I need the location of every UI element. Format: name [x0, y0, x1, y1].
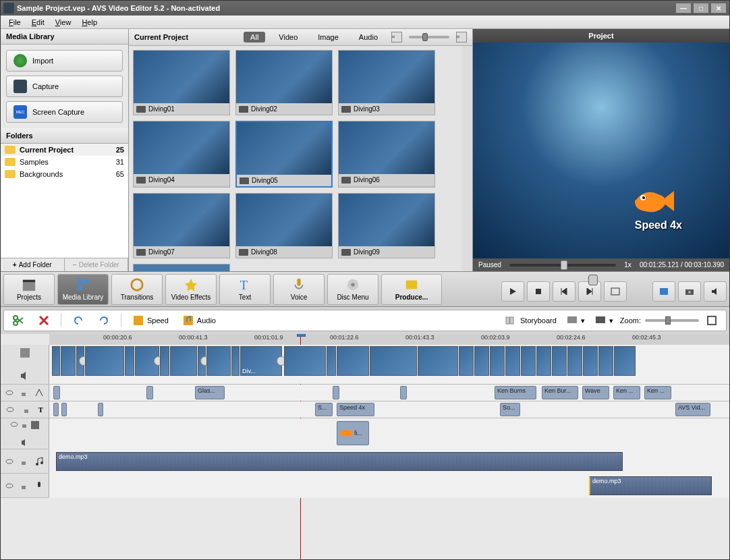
fx-clip[interactable] — [400, 386, 407, 399]
video-clip[interactable] — [614, 346, 636, 376]
zoom-slider[interactable] — [645, 319, 699, 322]
video-clip[interactable] — [490, 346, 505, 376]
video-clip[interactable] — [567, 346, 582, 376]
prev-button[interactable] — [553, 281, 575, 302]
folder-row[interactable]: Samples31 — [1, 156, 128, 168]
volume-button[interactable] — [704, 281, 727, 302]
video-clip[interactable] — [198, 346, 206, 376]
media-thumb[interactable]: Diving06 — [338, 121, 435, 188]
snapshot-button[interactable] — [678, 281, 701, 302]
maximize-button[interactable]: □ — [693, 3, 709, 13]
monitor1-button[interactable]: ▾ — [563, 313, 588, 328]
fx-track-head[interactable] — [1, 385, 49, 401]
delete-button[interactable] — [35, 313, 53, 328]
video-clip[interactable] — [598, 346, 613, 376]
monitor2-button[interactable]: ▾ — [592, 313, 616, 328]
media-thumb[interactable]: Diving01 — [133, 50, 230, 115]
video-clip[interactable] — [370, 346, 417, 376]
video-clip[interactable] — [552, 346, 567, 376]
video-track-head[interactable] — [1, 345, 49, 384]
video-clip[interactable] — [125, 346, 134, 376]
play-button[interactable] — [501, 281, 524, 302]
thumb-size-small[interactable]: ▫ — [391, 32, 402, 43]
media-thumb[interactable]: Diving04 — [133, 121, 230, 188]
video-clip[interactable]: Div... — [240, 346, 282, 376]
overlay-track-head[interactable] — [1, 418, 49, 449]
import-button[interactable]: Import — [6, 50, 123, 72]
effect-clip[interactable]: Glas... — [195, 386, 225, 399]
video-clip[interactable] — [284, 346, 326, 376]
text-clip[interactable] — [61, 403, 67, 416]
fx-clip[interactable] — [146, 386, 153, 399]
video-clip[interactable] — [160, 346, 169, 376]
stop-button[interactable] — [527, 281, 550, 302]
effect-clip[interactable]: Ken ... — [613, 386, 640, 399]
thumb-size-large[interactable]: ▫ — [456, 32, 467, 43]
audio-tool[interactable]: Audio — [179, 313, 219, 328]
video-clip[interactable] — [521, 346, 536, 376]
audio2-track-head[interactable] — [1, 474, 49, 497]
menu-file[interactable]: File — [3, 17, 26, 28]
video-clip[interactable] — [85, 346, 124, 376]
filter-video[interactable]: Video — [272, 32, 304, 43]
menu-view[interactable]: View — [50, 17, 77, 28]
filter-image[interactable]: Image — [311, 32, 345, 43]
speed-slider[interactable] — [509, 264, 616, 267]
frame-button[interactable] — [604, 281, 627, 302]
close-button[interactable]: ✕ — [710, 3, 727, 13]
seek-slider[interactable] — [588, 277, 589, 279]
effect-clip[interactable]: Ken Bur... — [542, 386, 578, 399]
time-ruler[interactable]: 00:00:20.600:00:41.300:01:01.900:01:22.6… — [49, 334, 729, 345]
filter-audio[interactable]: Audio — [352, 32, 385, 43]
tab-text[interactable]: TText — [219, 274, 271, 305]
media-thumb[interactable]: Diving09 — [338, 193, 435, 258]
minimize-button[interactable]: — — [675, 3, 692, 13]
text-clip[interactable]: So... — [500, 403, 520, 416]
video-clip[interactable] — [327, 346, 336, 376]
video-clip[interactable] — [583, 346, 598, 376]
video-clip[interactable] — [170, 346, 197, 376]
undo-button[interactable] — [69, 313, 87, 328]
filter-all[interactable]: All — [244, 32, 265, 43]
storyboard-toggle[interactable]: Storyboard — [503, 313, 559, 328]
tab-projects[interactable]: Projects — [3, 274, 55, 305]
video-clip[interactable] — [418, 346, 458, 376]
capture-button[interactable]: Capture — [6, 76, 123, 97]
screen-capture-button[interactable]: REC Screen Capture — [6, 101, 123, 123]
timeline[interactable]: 00:00:20.600:00:41.300:01:01.900:01:22.6… — [1, 334, 729, 559]
thumb-scrollbar[interactable] — [461, 46, 472, 271]
fx-clip[interactable] — [53, 386, 60, 399]
video-clip[interactable] — [52, 346, 60, 376]
video-clip[interactable] — [536, 346, 551, 376]
audio-clip-2[interactable]: demo.mp3 — [589, 476, 712, 495]
tab-disc-menu[interactable]: Disc Menu — [327, 274, 378, 305]
folder-row[interactable]: Current Project25 — [1, 144, 128, 156]
video-clip[interactable] — [206, 346, 231, 376]
video-clip[interactable] — [76, 346, 84, 376]
split-button[interactable] — [9, 313, 27, 328]
menu-edit[interactable]: Edit — [26, 17, 50, 28]
thumb-size-slider[interactable] — [409, 36, 449, 38]
video-clip[interactable] — [61, 346, 76, 376]
menu-help[interactable]: Help — [76, 17, 103, 28]
video-clip[interactable] — [231, 346, 240, 376]
add-folder-button[interactable]: +Add Folder — [1, 258, 65, 271]
audio1-track-head[interactable] — [1, 449, 49, 473]
tab-media-library[interactable]: Media Library — [57, 274, 109, 305]
tab-video-effects[interactable]: Video Effects — [165, 274, 217, 305]
text-clip[interactable] — [53, 403, 59, 416]
media-thumb[interactable]: Diving02 — [235, 50, 333, 115]
media-thumb[interactable]: Diving05 — [235, 121, 333, 188]
tab-transitions[interactable]: Transitions — [111, 274, 163, 305]
delete-folder-button[interactable]: −Delete Folder — [65, 258, 129, 271]
media-thumb[interactable]: Diving08 — [235, 193, 333, 258]
effect-clip[interactable]: Wave — [582, 386, 609, 399]
media-thumb[interactable]: Diving07 — [133, 193, 230, 258]
text-clip[interactable]: AVS Vid... — [675, 403, 710, 416]
fit-button[interactable] — [703, 313, 721, 328]
text-clip[interactable]: S... — [315, 403, 333, 416]
video-clip[interactable] — [459, 346, 474, 376]
preview-viewport[interactable]: Speed 4x — [473, 43, 729, 258]
produce-button[interactable]: Produce... — [381, 274, 442, 305]
overlay-clip[interactable]: fi... — [337, 421, 369, 445]
